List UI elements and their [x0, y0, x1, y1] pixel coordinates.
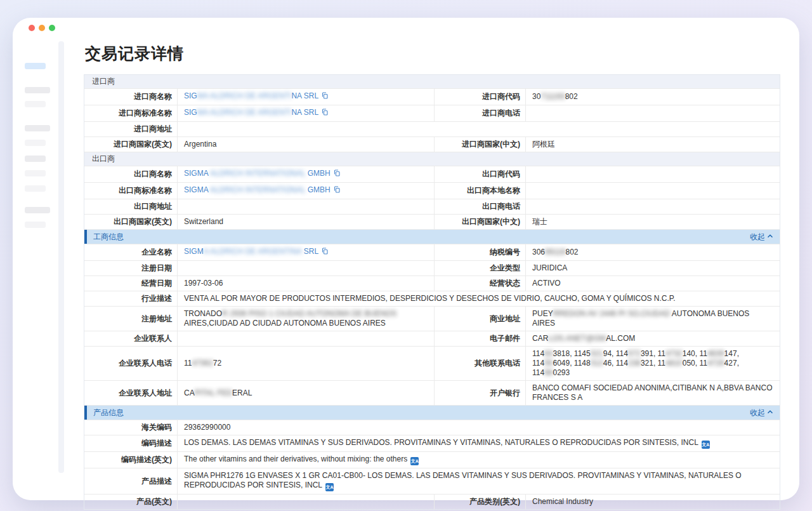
company-link[interactable]: SIGMA ALDRICH DE ARGENTINA SRL: [184, 91, 329, 100]
sidebar-divider: [58, 41, 64, 473]
field-label-text: 编码描述(英文): [121, 455, 172, 465]
table-row: 编码描述LOS DEMAS. LAS DEMAS VITAMINAS Y SUS…: [84, 435, 780, 451]
table-row: 企业联系人地址CAPITAL FEDERAL开户银行BANCO COMAFI S…: [84, 380, 780, 405]
value-part: SIGM: [184, 247, 204, 256]
field-label: 开户银行: [434, 381, 525, 405]
copy-icon[interactable]: [321, 108, 329, 119]
field-value-text: Argentina: [184, 140, 216, 149]
value-part: 140, 11: [683, 349, 707, 358]
field-label: 进口商国家(中文): [434, 137, 525, 152]
value-part: SIG: [184, 91, 197, 100]
field-label: 出口商国家(中文): [434, 215, 525, 229]
field-value: [525, 183, 780, 199]
field-value: [177, 199, 434, 214]
table-row: 产品(英文)产品类别(英文)Chemical Industry: [84, 494, 780, 509]
field-label: 进口商国家(英文): [84, 137, 177, 152]
copy-icon[interactable]: [321, 91, 329, 102]
table-row: 出口商国家(英文)Switzerland出口商国家(中文)瑞士: [84, 214, 780, 229]
field-label: 进口商代码: [434, 89, 525, 105]
field-label: 出口商名称: [84, 166, 177, 182]
field-label-text: 经营日期: [141, 279, 172, 288]
field-label-text: 企业名称: [141, 248, 172, 257]
field-value: Argentina: [177, 137, 434, 152]
field-label: 经营日期: [84, 276, 177, 291]
translate-icon[interactable]: 文A: [325, 483, 334, 491]
sidebar-placeholder-bar: [25, 63, 46, 69]
field-value: SIGMA ALDRICH DE ARGENTINA SRL: [177, 89, 434, 105]
copy-icon[interactable]: [333, 169, 341, 180]
field-value: 114736272: [177, 347, 434, 380]
field-label-text: 出口商代码: [482, 169, 520, 179]
field-value: The other vitamins and their derivatives…: [177, 452, 780, 468]
field-label: 出口商标准名称: [84, 183, 177, 199]
field-label-text: 海关编码: [141, 423, 172, 432]
table-row: 经营日期1997-03-06经营状态ACTIVO: [84, 275, 780, 291]
section-title: 工商信息: [87, 230, 124, 244]
field-value-text: 30699119802: [532, 248, 579, 257]
field-label: 出口商地址: [84, 199, 177, 214]
section-header-business: 工商信息收起: [84, 229, 780, 244]
field-value-text: SIGMA ALDRICH DE ARGENTINA SRL: [184, 247, 329, 258]
field-value: 30699119802: [525, 244, 780, 260]
field-label-text: 出口商地址: [134, 202, 172, 211]
company-link[interactable]: SIGMA ALDRICH INTERNATIONAL GMBH: [184, 169, 341, 178]
field-label-text: 企业联系人: [134, 334, 172, 343]
collapse-button[interactable]: 收起: [743, 406, 780, 420]
value-part: 72: [213, 359, 221, 368]
field-label: 出口商国家(英文): [84, 215, 177, 229]
company-link[interactable]: SIGMA ALDRICH DE ARGENTINA SRL: [184, 108, 329, 117]
field-label-text: 开户银行: [490, 388, 520, 398]
field-label: 产品类别(英文): [434, 494, 525, 509]
redacted-text: RREDON AV 2446 PI SO,CIUDAD: [553, 309, 671, 318]
table-row: 注册日期企业类型JURIDICA: [84, 260, 780, 275]
company-link[interactable]: SIGMA ALDRICH DE ARGENTINA SRL: [184, 247, 329, 256]
field-value-text: 阿根廷: [532, 140, 555, 149]
sidebar-placeholder-bar: [25, 140, 46, 146]
value-part: 29362990000: [184, 423, 230, 432]
field-label-text: 其他联系电话: [475, 359, 520, 368]
field-value: VENTA AL POR MAYOR DE PRODUCTOS INTERMED…: [177, 291, 780, 306]
value-part: NA SRL: [291, 108, 318, 117]
field-label: 企业类型: [434, 261, 525, 275]
table-row: 海关编码29362990000: [84, 420, 780, 435]
collapse-button[interactable]: 收起: [743, 230, 780, 244]
field-value-text: ACTIVO: [532, 279, 561, 288]
copy-icon[interactable]: [321, 247, 329, 258]
value-part: SIGMA PHR1276 1G ENVASES X 1 GR CA01-CB0…: [184, 471, 742, 489]
field-value-text: SIGMA ALDRICH DE ARGENTINA SRL: [184, 108, 329, 119]
value-part: ERAL: [232, 388, 252, 397]
value-part: 391, 11: [641, 349, 665, 358]
field-label: 出口商代码: [434, 166, 525, 182]
field-label-text: 进口商电话: [482, 109, 520, 118]
value-part: 1997-03-06: [184, 279, 223, 288]
section-title: 进口商: [84, 75, 122, 88]
field-value-text: VENTA AL POR MAYOR DE PRODUCTOS INTERMED…: [184, 294, 676, 303]
copy-icon[interactable]: [333, 185, 341, 196]
field-label-text: 进口商国家(英文): [114, 140, 172, 149]
field-value: [525, 199, 780, 214]
company-link[interactable]: SIGMA ALDRICH INTERNATIONAL GMBH: [184, 185, 341, 194]
field-value: TRONADOR 2936 PISO 1 CIUDAD AUTONOMA DE …: [177, 307, 434, 331]
field-value: 30711193802: [525, 89, 780, 105]
redacted-text: 572: [628, 349, 641, 358]
table-row: 出口商地址出口商电话: [84, 199, 780, 214]
value-part: 802: [566, 248, 579, 256]
field-value: 114633818, 114502194, 114572391, 1147321…: [525, 347, 780, 380]
redacted-text: 4639: [707, 349, 724, 358]
field-label: 编码描述: [84, 435, 177, 451]
value-part: AIRES,CIUDAD AD CIUDAD AUTONOMA BUENOS A…: [184, 319, 386, 328]
translate-icon[interactable]: 文A: [702, 441, 710, 449]
translate-icon[interactable]: 文A: [410, 457, 419, 465]
field-label: 编码描述(英文): [84, 452, 177, 468]
table-row: 行业描述VENTA AL POR MAYOR DE PRODUCTOS INTE…: [84, 291, 780, 306]
field-label-text: 企业类型: [490, 263, 520, 273]
field-label-text: 出口商国家(英文): [114, 217, 172, 227]
redacted-text: 711193: [540, 92, 565, 101]
field-value-text: SIGMA ALDRICH INTERNATIONAL GMBH: [184, 185, 341, 196]
field-label-text: 出口商名称: [134, 169, 172, 179]
table-row: 产品描述SIGMA PHR1276 1G ENVASES X 1 GR CA01…: [84, 468, 780, 494]
value-part: 46, 114: [603, 359, 628, 368]
redacted-text: LOS.ANET@GM: [548, 334, 606, 343]
field-value: SIGMA ALDRICH DE ARGENTINA SRL: [177, 244, 434, 260]
field-value: SIGMA ALDRICH DE ARGENTINA SRL: [177, 105, 434, 121]
